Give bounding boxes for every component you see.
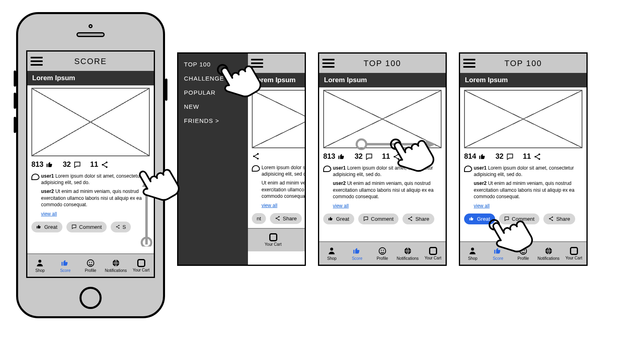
- post-image-placeholder[interactable]: [464, 90, 582, 148]
- section-header: Lorem Ipsum: [319, 73, 446, 87]
- post-image-placeholder[interactable]: [252, 90, 305, 148]
- share-count: 11: [523, 152, 531, 161]
- tab-profile[interactable]: Profile: [370, 242, 395, 265]
- feed-card: 813 32 11 user1 Lorem ipsum dolor sit am…: [319, 87, 446, 241]
- comment-item: user1 Lorem ipsum dolor sit amet, consec…: [31, 173, 150, 186]
- great-button[interactable]: Great: [31, 222, 62, 232]
- share-icon: [533, 153, 541, 161]
- comment-count: 32: [63, 160, 71, 169]
- cart-icon: [570, 247, 578, 255]
- comment-button[interactable]: Comment: [358, 213, 398, 224]
- section-header: Lorem Ipsum: [248, 73, 305, 87]
- tab-profile[interactable]: Profile: [511, 242, 536, 265]
- tab-cart[interactable]: Your Cart: [420, 242, 446, 265]
- view-all-link[interactable]: view all: [474, 203, 489, 209]
- great-button[interactable]: Great: [464, 213, 495, 224]
- comment-count: 32: [355, 152, 363, 161]
- post-image-placeholder[interactable]: [323, 90, 442, 148]
- view-all-link[interactable]: view all: [262, 203, 277, 208]
- action-row: Great Comment S: [31, 222, 150, 232]
- tab-cart[interactable]: Your Cart: [561, 242, 586, 265]
- like-count: 814: [464, 152, 476, 161]
- comment-icon: [504, 216, 510, 222]
- tab-notifications[interactable]: Notifications: [536, 242, 561, 265]
- thumbs-up-icon: [338, 153, 346, 161]
- tab-shop[interactable]: Shop: [27, 254, 53, 277]
- share-icon: [116, 224, 120, 230]
- page-title: TOP 100: [475, 59, 583, 68]
- like-count: 813: [323, 152, 335, 161]
- thumbs-up-icon: [46, 161, 54, 169]
- section-header: Lorem Ipsum: [460, 73, 586, 87]
- comment-item: user2 Ut enim ad minim veniam, quis nost…: [464, 180, 582, 200]
- drawer-item-popular[interactable]: POPULAR: [184, 89, 242, 96]
- comment-count: 32: [495, 152, 504, 161]
- share-icon: [101, 161, 109, 169]
- drawer-item-challenge[interactable]: CHALLENGE: [184, 75, 242, 82]
- cart-icon: [269, 233, 277, 241]
- comment-item: Lorem ipsum dolor sit amet, consectetur …: [252, 164, 305, 177]
- tab-profile[interactable]: Profile: [78, 254, 103, 277]
- share-icon: [548, 216, 554, 222]
- view-all-link[interactable]: view all: [333, 203, 349, 209]
- view-all-link[interactable]: view all: [41, 211, 57, 217]
- feed-card: 814 32 11 user1 Lorem ipsum dolor sit am…: [460, 87, 586, 241]
- comment-icon: [73, 161, 81, 169]
- hamburger-menu-icon[interactable]: [322, 59, 334, 68]
- comment-item: user1 Lorem ipsum dolor sit amet, consec…: [323, 165, 442, 178]
- tab-shop[interactable]: Shop: [319, 242, 345, 265]
- phone-speaker: [76, 32, 105, 37]
- share-icon: [275, 216, 281, 221]
- comment-item: user1 Lorem ipsum dolor sit amet, consec…: [464, 165, 582, 178]
- tab-notifications[interactable]: Notifications: [395, 242, 420, 265]
- comment-icon: [506, 153, 514, 161]
- comment-button[interactable]: Comment: [499, 213, 539, 224]
- page-title: SCORE: [43, 57, 151, 66]
- share-button[interactable]: S: [111, 222, 131, 232]
- drawer-item-friends[interactable]: FRIENDS >: [184, 117, 242, 124]
- thumbs-up-icon: [479, 153, 487, 161]
- app-screen-1: SCORE Lorem Ipsum 813 32 11 user1 Lorem …: [26, 50, 155, 278]
- share-count: 11: [382, 152, 390, 161]
- share-icon: [392, 153, 400, 161]
- share-button[interactable]: Share: [270, 213, 302, 224]
- comment-item: Ut enim ad minim veniam, quis nostrud ex…: [252, 180, 305, 199]
- tab-bar: Shop Score Profile Notifications Your Ca…: [27, 253, 154, 277]
- action-row: Great Comment Share: [323, 213, 442, 224]
- drawer-item-top100[interactable]: TOP 100: [184, 61, 242, 68]
- tab-notifications[interactable]: Notifications: [103, 254, 128, 277]
- stats-row: [252, 152, 305, 160]
- stats-row: 814 32 11: [464, 152, 582, 161]
- hamburger-menu-icon[interactable]: [31, 57, 43, 66]
- great-button[interactable]: Great: [323, 213, 354, 224]
- comment-button[interactable]: Comment: [66, 222, 107, 232]
- tab-cart[interactable]: Your Cart: [242, 229, 305, 251]
- comment-icon: [71, 224, 77, 230]
- thumbs-up-icon: [469, 216, 475, 222]
- top-bar: TOP 100: [319, 54, 446, 73]
- hamburger-menu-icon[interactable]: [251, 59, 263, 68]
- drawer-item-new[interactable]: NEW: [184, 103, 242, 110]
- comment-item: user2 Ut enim ad minim veniam, quis nost…: [31, 188, 150, 208]
- post-image-placeholder[interactable]: [31, 88, 150, 156]
- share-icon: [252, 152, 260, 160]
- top-bar: TOP 100: [460, 54, 586, 73]
- hamburger-menu-icon[interactable]: [463, 59, 475, 68]
- comment-button[interactable]: nt: [252, 213, 266, 224]
- tab-score[interactable]: Score: [345, 242, 370, 265]
- tab-score[interactable]: Score: [53, 254, 78, 277]
- phone-camera: [89, 24, 93, 28]
- share-button[interactable]: Share: [543, 213, 575, 224]
- tab-score[interactable]: Score: [485, 242, 511, 265]
- app-screen-3: TOP 100 Lorem Ipsum 813 32 11 user1 Lore…: [318, 52, 447, 266]
- stats-row: 813 32 11: [31, 160, 150, 169]
- tab-cart[interactable]: Your Cart: [128, 254, 154, 277]
- phone-home-button[interactable]: [80, 287, 102, 309]
- action-row: Great Comment Share: [464, 213, 582, 224]
- side-drawer: TOP 100 CHALLENGE POPULAR NEW FRIENDS >: [178, 54, 248, 265]
- tab-shop[interactable]: Shop: [460, 242, 485, 265]
- app-screen-4: TOP 100 Lorem Ipsum 814 32 11 user1 Lore…: [459, 52, 588, 266]
- share-button[interactable]: Share: [402, 213, 434, 224]
- top-bar: [248, 54, 305, 73]
- comment-icon: [365, 153, 373, 161]
